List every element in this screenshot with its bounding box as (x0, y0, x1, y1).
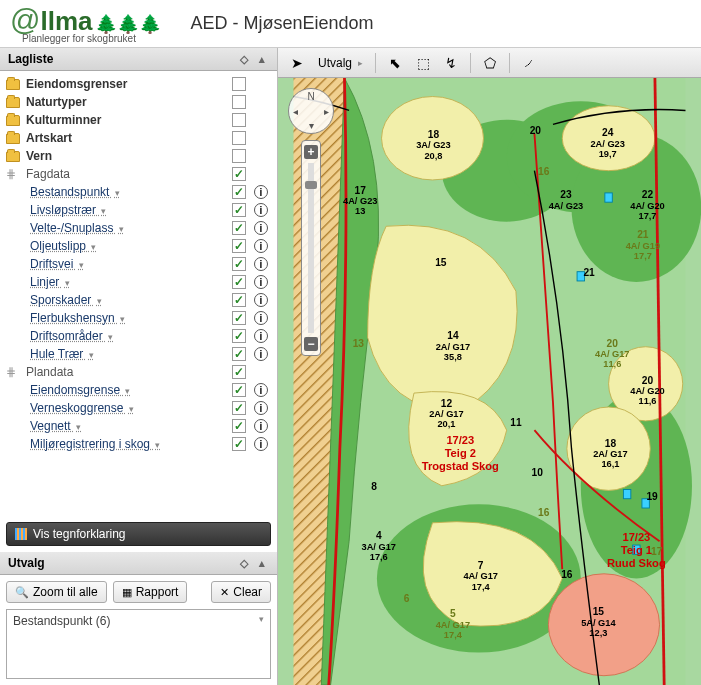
collapse-icon[interactable]: ◇ (237, 556, 251, 570)
zoom-slider[interactable]: + − (301, 140, 321, 356)
layer-checkbox[interactable] (232, 257, 246, 271)
pan-west[interactable]: ◂ (293, 106, 298, 117)
clear-button[interactable]: ✕Clear (211, 581, 271, 603)
layer-list: Eiendomsgrenser Naturtyper Kulturminner … (0, 71, 277, 516)
svg-text:23: 23 (560, 189, 572, 200)
pan-north[interactable]: N (307, 91, 314, 102)
layer-item[interactable]: Driftsområder ▾ (30, 329, 227, 343)
info-icon[interactable]: i (254, 257, 268, 271)
layer-item[interactable]: Linjer ▾ (30, 275, 227, 289)
svg-text:4: 4 (376, 531, 382, 542)
svg-text:17/23: 17/23 (446, 434, 474, 446)
utvalg-tool-label[interactable]: Utvalg▸ (312, 56, 369, 70)
layer-checkbox[interactable] (232, 167, 246, 181)
info-icon[interactable]: i (254, 293, 268, 307)
layer-checkbox[interactable] (232, 185, 246, 199)
info-icon[interactable]: i (254, 203, 268, 217)
pan-control[interactable]: N ▾ ▸ ◂ (288, 88, 334, 134)
map-canvas[interactable]: 183A/ G2320,820242A/ G2319,7174A/ G23131… (278, 78, 701, 685)
layer-checkbox[interactable] (232, 437, 246, 451)
rapport-button[interactable]: ▦Rapport (113, 581, 188, 603)
svg-text:22: 22 (642, 189, 654, 200)
svg-text:16,1: 16,1 (601, 459, 619, 469)
svg-text:4A/ G19: 4A/ G19 (626, 241, 660, 251)
layer-checkbox[interactable] (232, 239, 246, 253)
chevron-up-icon[interactable]: ▴ (255, 52, 269, 66)
chevron-down-icon: ▾ (155, 440, 160, 450)
layer-item[interactable]: Livsløpstrær ▾ (30, 203, 227, 217)
info-icon[interactable]: i (254, 311, 268, 325)
info-icon[interactable]: i (254, 275, 268, 289)
show-legend-button[interactable]: Vis tegnforklaring (6, 522, 271, 546)
info-icon[interactable]: i (254, 329, 268, 343)
chevron-up-icon[interactable]: ▴ (255, 556, 269, 570)
zoom-out-button[interactable]: − (304, 337, 318, 351)
svg-text:4A/ G20: 4A/ G20 (630, 201, 664, 211)
layer-item[interactable]: Miljøregistrering i skog ▾ (30, 437, 227, 451)
info-icon[interactable]: i (254, 401, 268, 415)
svg-text:2A/ G23: 2A/ G23 (590, 139, 624, 149)
search-icon: 🔍 (15, 586, 29, 599)
layer-folder[interactable]: Kulturminner (26, 113, 227, 127)
info-icon[interactable]: i (254, 419, 268, 433)
svg-text:5A/ G14: 5A/ G14 (581, 618, 616, 628)
layer-folder[interactable]: Naturtyper (26, 95, 227, 109)
layer-item[interactable]: Velte-/Snuplass ▾ (30, 221, 227, 235)
select-freehand-tool[interactable]: ⟋ (516, 52, 542, 74)
layer-group[interactable]: Plandata (26, 365, 227, 379)
layer-checkbox[interactable] (232, 329, 246, 343)
select-polygon-tool[interactable]: ⬠ (477, 52, 503, 74)
svg-text:17: 17 (355, 185, 367, 196)
layer-checkbox[interactable] (232, 95, 246, 109)
layer-checkbox[interactable] (232, 203, 246, 217)
info-icon[interactable]: i (254, 185, 268, 199)
svg-rect-15 (623, 489, 630, 498)
layer-checkbox[interactable] (232, 383, 246, 397)
layer-item[interactable]: Oljeutslipp ▾ (30, 239, 227, 253)
info-icon[interactable]: i (254, 383, 268, 397)
layer-folder[interactable]: Vern (26, 149, 227, 163)
layer-checkbox[interactable] (232, 311, 246, 325)
layer-checkbox[interactable] (232, 293, 246, 307)
pan-south[interactable]: ▾ (309, 120, 314, 131)
svg-text:3A/ G23: 3A/ G23 (416, 140, 450, 150)
collapse-icon[interactable]: ◇ (237, 52, 251, 66)
zoom-all-button[interactable]: 🔍Zoom til alle (6, 581, 107, 603)
layer-item[interactable]: Hule Trær ▾ (30, 347, 227, 361)
layer-item[interactable]: Bestandspunkt ▾ (30, 185, 227, 199)
layer-checkbox[interactable] (232, 401, 246, 415)
info-icon[interactable]: i (254, 239, 268, 253)
layer-folder[interactable]: Eiendomsgrenser (26, 77, 227, 91)
layer-checkbox[interactable] (232, 149, 246, 163)
svg-text:8: 8 (371, 481, 377, 492)
layer-item[interactable]: Eiendomsgrense ▾ (30, 383, 227, 397)
layer-checkbox[interactable] (232, 113, 246, 127)
layer-checkbox[interactable] (232, 77, 246, 91)
select-rect-tool[interactable]: ⬚ (410, 52, 436, 74)
layer-checkbox[interactable] (232, 347, 246, 361)
select-point-tool[interactable]: ⬉ (382, 52, 408, 74)
layer-item[interactable]: Flerbukshensyn ▾ (30, 311, 227, 325)
layer-item[interactable]: Vegnett ▾ (30, 419, 227, 433)
svg-text:17,7: 17,7 (638, 211, 656, 221)
map-area[interactable]: ➤ Utvalg▸ ⬉ ⬚ ↯ ⬠ ⟋ N ▾ ▸ ◂ + − (278, 48, 701, 685)
layer-item[interactable]: Driftsvei ▾ (30, 257, 227, 271)
layer-item[interactable]: Sporskader ▾ (30, 293, 227, 307)
info-icon[interactable]: i (254, 437, 268, 451)
layer-checkbox[interactable] (232, 221, 246, 235)
zoom-in-button[interactable]: + (304, 145, 318, 159)
sidebar: Lagliste ◇ ▴ Eiendomsgrenser Naturtyper … (0, 48, 278, 685)
layer-checkbox[interactable] (232, 365, 246, 379)
select-path-tool[interactable]: ↯ (438, 52, 464, 74)
layer-folder[interactable]: Artskart (26, 131, 227, 145)
layer-group[interactable]: Fagdata (26, 167, 227, 181)
info-icon[interactable]: i (254, 347, 268, 361)
cursor-tool[interactable]: ➤ (284, 52, 310, 74)
layer-item[interactable]: Verneskoggrense ▾ (30, 401, 227, 415)
layer-checkbox[interactable] (232, 419, 246, 433)
layer-checkbox[interactable] (232, 275, 246, 289)
layer-checkbox[interactable] (232, 131, 246, 145)
pan-east[interactable]: ▸ (324, 106, 329, 117)
info-icon[interactable]: i (254, 221, 268, 235)
selection-dropdown[interactable]: Bestandspunkt (6)▾ (6, 609, 271, 679)
